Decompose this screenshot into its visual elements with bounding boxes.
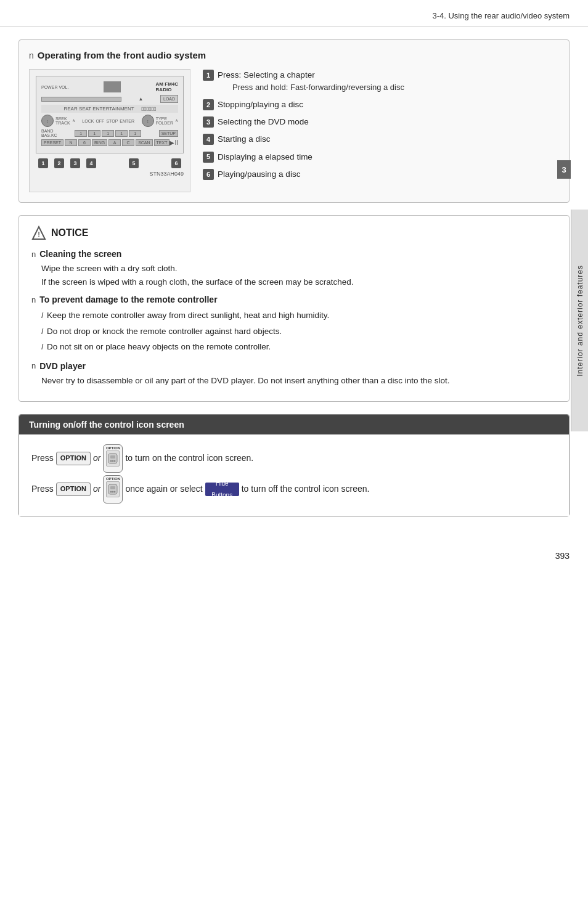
list-item: Do not sit on or place heavy objects on … bbox=[41, 339, 557, 355]
chapter-number-tab: 3 bbox=[557, 160, 571, 179]
page-header: 3-4. Using the rear audio/video system bbox=[0, 0, 588, 27]
step-4: 4 Starting a disc bbox=[203, 133, 559, 145]
svg-rect-3 bbox=[110, 455, 115, 459]
operating-inner: POWER VOL. AM FM4CRADIO ▲ LOAD REAR SEAT… bbox=[29, 69, 559, 192]
remote-icon-2: OPTION bbox=[103, 475, 123, 503]
step-5: 5 Displaying a elapsed time bbox=[203, 151, 559, 163]
main-content: n Operating from the front audio system … bbox=[0, 27, 588, 541]
notice-damage-heading: n To prevent damage to the remote contro… bbox=[31, 295, 557, 304]
step-3: 3 Selecting the DVD mode bbox=[203, 116, 559, 128]
notice-cleaning-heading: n Cleaning the screen bbox=[31, 249, 557, 259]
option-button-1[interactable]: OPTION bbox=[56, 452, 91, 465]
notice-dvd-body: Never try to disassemble or oil any part… bbox=[41, 374, 557, 388]
svg-point-6 bbox=[114, 460, 116, 462]
knob-left: ↕ bbox=[41, 115, 54, 127]
svg-point-5 bbox=[112, 460, 114, 462]
preset-buttons: 1 1 1 1 1 bbox=[75, 130, 141, 137]
or-text-1: or bbox=[93, 450, 100, 467]
notice-cleaning-body: Wipe the screen with a dry soft cloth. I… bbox=[41, 262, 557, 288]
warning-triangle-icon: ! bbox=[31, 226, 46, 240]
svg-rect-8 bbox=[110, 486, 115, 489]
step-2: 2 Stopping/playing a disc bbox=[203, 99, 559, 111]
diagram-container: POWER VOL. AM FM4CRADIO ▲ LOAD REAR SEAT… bbox=[29, 69, 190, 192]
notice-title: ! NOTICE bbox=[31, 226, 557, 240]
notice-damage-list: Keep the remote controller away from dir… bbox=[41, 308, 557, 355]
slider-bar bbox=[41, 97, 121, 102]
turning-line-1: Press OPTION or OPTION bbox=[31, 444, 557, 473]
steps-list: 1 Press: Selecting a chapter Press and h… bbox=[203, 69, 559, 181]
svg-point-10 bbox=[112, 491, 114, 493]
turning-title: Turning on/off the control icon screen bbox=[19, 415, 569, 434]
step-1: 1 Press: Selecting a chapter Press and h… bbox=[203, 69, 559, 94]
operating-section: n Operating from the front audio system … bbox=[18, 39, 570, 203]
step-6: 6 Playing/pausing a disc bbox=[203, 168, 559, 181]
notice-section: ! NOTICE n Cleaning the screen Wipe the … bbox=[18, 215, 570, 402]
svg-point-4 bbox=[110, 460, 112, 462]
page-number: 393 bbox=[0, 541, 588, 571]
sidebar-label: Interior and exterior features bbox=[576, 265, 584, 377]
turning-line-2: Press OPTION or OPTION bbox=[31, 475, 557, 503]
list-item: Keep the remote controller away from dir… bbox=[41, 308, 557, 324]
diagram-screen bbox=[104, 81, 121, 92]
knob-right: ↕ bbox=[142, 115, 154, 127]
diagram-inner: POWER VOL. AM FM4CRADIO ▲ LOAD REAR SEAT… bbox=[36, 76, 184, 153]
turning-body: Press OPTION or OPTION bbox=[19, 434, 569, 516]
entertainment-label: REAR SEAT ENTERTAINMENT ▯▯▯▯▯▯ bbox=[41, 105, 178, 113]
remote-icon-1: OPTION bbox=[103, 444, 123, 473]
operating-heading: n Operating from the front audio system bbox=[29, 50, 559, 60]
hide-buttons-badge[interactable]: HideButtons bbox=[205, 483, 239, 496]
option-button-2[interactable]: OPTION bbox=[56, 483, 91, 496]
svg-text:!: ! bbox=[38, 230, 40, 238]
turning-section: Turning on/off the control icon screen P… bbox=[18, 414, 570, 516]
diagram-number-row: 1 2 3 4 5 6 bbox=[36, 158, 184, 168]
svg-point-11 bbox=[114, 491, 116, 493]
svg-point-9 bbox=[110, 491, 112, 493]
or-text-2: or bbox=[93, 481, 100, 497]
diagram-caption: STN33AH049 bbox=[36, 171, 184, 177]
setup-btn: SETUP bbox=[159, 130, 178, 137]
notice-dvd-heading: n DVD player bbox=[31, 361, 557, 371]
list-item: Do not drop or knock the remote controll… bbox=[41, 324, 557, 340]
header-title: 3-4. Using the rear audio/video system bbox=[432, 11, 570, 20]
sidebar-tab: Interior and exterior features bbox=[571, 210, 588, 431]
